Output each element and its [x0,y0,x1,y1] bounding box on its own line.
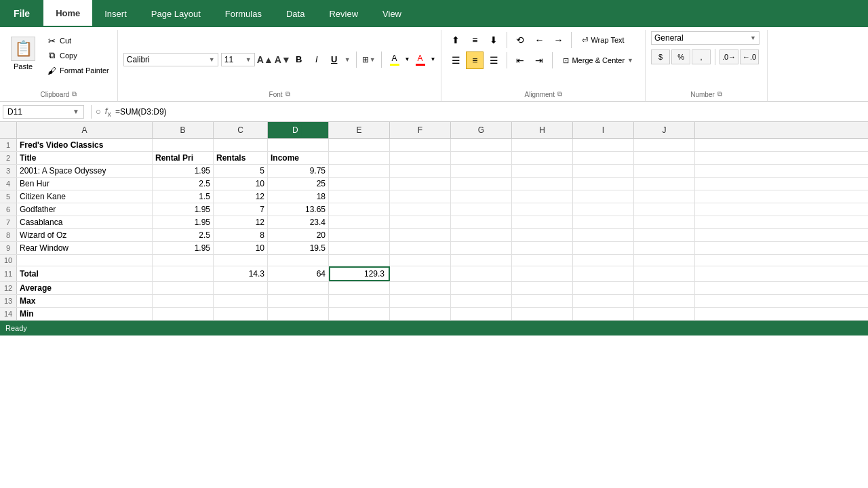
cell-d6[interactable]: 13.65 [268,203,329,216]
cell-g5[interactable] [451,190,512,203]
cell-c10[interactable] [214,255,268,266]
cell-i5[interactable] [573,190,634,203]
cell-a3[interactable]: 2001: A Space Odyssey [17,165,153,177]
paste-button[interactable]: 📋 Paste [5,34,41,73]
cell-g12[interactable] [451,282,512,294]
cell-e5[interactable] [329,190,390,203]
cell-a4[interactable]: Ben Hur [17,178,153,190]
fill-color-button[interactable]: A [387,52,402,67]
row-num-4[interactable]: 4 [0,178,17,190]
cell-c1[interactable] [214,139,268,151]
cell-f12[interactable] [390,282,451,294]
tab-insert[interactable]: Insert [92,0,139,27]
cell-a12[interactable]: Average [17,282,153,294]
cell-f2[interactable] [390,152,451,164]
cell-i4[interactable] [573,178,634,190]
cell-j1[interactable] [634,139,695,151]
cell-h3[interactable] [512,165,573,177]
cell-b10[interactable] [153,255,214,266]
tab-file[interactable]: File [0,0,43,27]
row-num-8[interactable]: 8 [0,229,17,241]
cell-e4[interactable] [329,178,390,190]
cell-h6[interactable] [512,203,573,216]
row-num-6[interactable]: 6 [0,203,17,216]
cell-h10[interactable] [512,255,573,266]
row-num-11[interactable]: 11 [0,266,17,281]
cell-f9[interactable] [390,242,451,254]
cell-j8[interactable] [634,229,695,241]
row-num-5[interactable]: 5 [0,190,17,203]
cell-g4[interactable] [451,178,512,190]
cell-g2[interactable] [451,152,512,164]
cell-e8[interactable] [329,229,390,241]
cell-h14[interactable] [512,308,573,320]
cell-b1[interactable] [153,139,214,151]
font-size-dropdown[interactable]: 11 ▼ [221,53,255,66]
col-header-f[interactable]: F [390,122,451,138]
cell-j3[interactable] [634,165,695,177]
cell-i3[interactable] [573,165,634,177]
accounting-button[interactable]: $ [651,49,670,64]
number-expand[interactable]: ⧉ [717,90,722,98]
italic-button[interactable]: I [309,52,324,67]
cell-j12[interactable] [634,282,695,294]
cell-i10[interactable] [573,255,634,266]
row-num-1[interactable]: 1 [0,139,17,151]
cell-a11[interactable]: Total [17,266,153,281]
cell-d10[interactable] [268,255,329,266]
cell-d13[interactable] [268,295,329,307]
cell-d11-active[interactable]: 129.3 [329,266,390,281]
col-resize-handle[interactable]: | [300,124,302,136]
row-num-7[interactable]: 7 [0,216,17,228]
indent-decrease-button[interactable]: ← [530,31,548,49]
fill-arrow[interactable]: ▼ [405,56,410,62]
cell-d12[interactable] [268,282,329,294]
cell-g7[interactable] [451,216,512,228]
col-header-d[interactable]: D | [268,122,329,138]
cell-d2[interactable]: Income [268,152,329,164]
cell-c5[interactable]: 12 [214,190,268,203]
row-num-14[interactable]: 14 [0,308,17,320]
cell-h7[interactable] [512,216,573,228]
cell-g14[interactable] [451,308,512,320]
col-header-j[interactable]: J [634,122,695,138]
text-direction-button[interactable]: ⟲ [511,31,529,49]
cell-h12[interactable] [512,282,573,294]
copy-button[interactable]: ⧉ Copy [43,49,112,62]
cell-j13[interactable] [634,295,695,307]
cell-b9[interactable]: 1.95 [153,242,214,254]
clipboard-expand[interactable]: ⧉ [72,90,77,98]
cell-i9[interactable] [573,242,634,254]
cell-e14[interactable] [329,308,390,320]
cell-j9[interactable] [634,242,695,254]
cell-j6[interactable] [634,203,695,216]
cell-c8[interactable]: 8 [214,229,268,241]
cell-b4[interactable]: 2.5 [153,178,214,190]
col-header-b[interactable]: B [153,122,214,138]
row-num-2[interactable]: 2 [0,152,17,164]
cell-i12[interactable] [573,282,634,294]
cell-j14[interactable] [634,308,695,320]
cell-i13[interactable] [573,295,634,307]
cell-i2[interactable] [573,152,634,164]
cell-f4[interactable] [390,178,451,190]
cell-j10[interactable] [634,255,695,266]
borders-button[interactable]: ⊞ ▼ [362,55,376,64]
cell-f3[interactable] [390,165,451,177]
cell-g6[interactable] [451,203,512,216]
cell-d14[interactable] [268,308,329,320]
align-left-button[interactable]: ☰ [447,52,465,69]
wrap-text-button[interactable]: ⏎ Wrap Text [576,34,630,47]
cell-a6[interactable]: Godfather [17,203,153,216]
cell-j2[interactable] [634,152,695,164]
underline-button[interactable]: U [327,52,342,67]
cell-c3[interactable]: 5 [214,165,268,177]
indent-increase-button[interactable]: → [549,31,567,49]
cell-g10[interactable] [451,255,512,266]
cell-b11[interactable] [153,266,214,281]
font-expand[interactable]: ⧉ [285,90,290,98]
cell-f5[interactable] [390,190,451,203]
cell-a10[interactable] [17,255,153,266]
cell-h13[interactable] [512,295,573,307]
comma-button[interactable]: , [692,49,711,64]
